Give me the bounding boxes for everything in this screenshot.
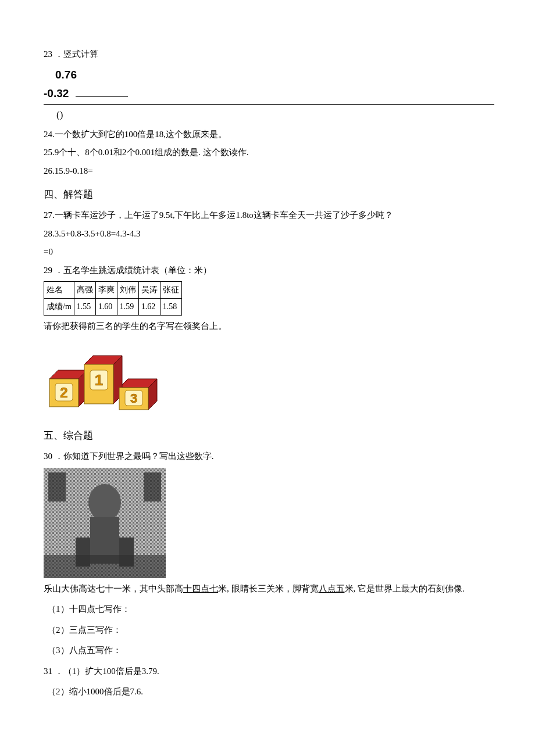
scores-table: 姓名 高强 李爽 刘伟 吴涛 张征 成绩/m 1.55 1.60 1.59 1.… <box>44 281 182 316</box>
q30-title: ．你知道下列世界之最吗？写出这些数字. <box>55 452 214 461</box>
svg-text:2: 2 <box>60 385 67 400</box>
table-data-row: 成绩/m 1.55 1.60 1.59 1.62 1.58 <box>44 299 182 316</box>
question-31: 31 ．（1）扩大100倍后是3.79. <box>44 664 494 679</box>
question-24: 24.一个数扩大到它的100倍是18,这个数原来是。 <box>44 127 494 142</box>
q31-number: 31 <box>44 667 52 676</box>
td-v4: 1.62 <box>138 299 160 316</box>
question-25: 25.9个十、8个0.01和2个0.001组成的数是. 这个数读作. <box>44 145 494 160</box>
q24-text: 一个数扩大到它的100倍是18,这个数原来是。 <box>55 130 227 139</box>
question-23: 23 ．竖式计算 <box>44 47 494 62</box>
q30-para-c: 米, 它是世界上最大的石刻佛像. <box>345 584 465 593</box>
q29-number: 29 <box>44 266 52 275</box>
th-s5: 张征 <box>160 282 181 299</box>
q27-text: 一辆卡车运沙子，上午运了9.5t,下午比上午多运1.8to这辆卡车全天一共运了沙… <box>55 210 393 220</box>
buddha-image-icon <box>44 468 166 578</box>
td-v5: 1.58 <box>160 299 181 316</box>
q27-number: 27. <box>44 210 55 220</box>
td-v3: 1.59 <box>117 299 138 316</box>
q23-number: 23 <box>44 49 52 59</box>
q30-sub3: （3）八点五写作： <box>47 643 494 658</box>
q29-instruction: 请你把获得前三名的学生的名字写在领奖台上。 <box>44 319 494 334</box>
q31-sub2: （2）缩小1000倍后是7.6. <box>47 685 494 700</box>
th-s2: 李爽 <box>95 282 117 299</box>
td-v2: 1.60 <box>95 299 117 316</box>
q26-text: 15.9-0.18= <box>55 166 93 175</box>
svg-rect-26 <box>144 472 161 501</box>
question-26: 26.15.9-0.18= <box>44 164 494 179</box>
q31-sub1: ．（1）扩大100倍后是3.79. <box>55 667 159 676</box>
q25-number: 25. <box>44 148 55 157</box>
podium-icon: 1 2 3 <box>44 338 166 420</box>
q30-para-a: 乐山大佛高达七十一米，其中头部高 <box>44 584 183 593</box>
section-5-heading: 五、综合题 <box>44 428 494 445</box>
td-v1: 1.55 <box>74 299 95 316</box>
q30-u2: 八点五 <box>319 584 345 593</box>
q30-number: 30 <box>44 452 52 461</box>
question-28-line2: =0 <box>44 245 494 260</box>
answer-underline[interactable] <box>76 96 128 97</box>
q26-number: 26. <box>44 166 55 175</box>
th-name: 姓名 <box>44 282 74 299</box>
td-label: 成绩/m <box>44 299 74 316</box>
question-30: 30 ．你知道下列世界之最吗？写出这些数字. <box>44 449 494 464</box>
q29-title: ．五名学生跳远成绩统计表（单位：米） <box>55 266 212 275</box>
buddha-photo <box>44 468 494 578</box>
vertical-bottom-row: -0.32 <box>44 84 494 103</box>
table-header-row: 姓名 高强 李爽 刘伟 吴涛 张征 <box>44 282 182 299</box>
q30-paragraph: 乐山大佛高达七十一米，其中头部高十四点七米, 眼睛长三关米，脚背宽八点五米, 它… <box>44 582 494 597</box>
question-28-line1: 28.3.5+0.8-3.5+0.8=4.3-4.3 <box>44 227 494 242</box>
th-s3: 刘伟 <box>117 282 138 299</box>
section-4-heading: 四、解答题 <box>44 187 494 203</box>
q30-para-b: 米, 眼睛长三关米，脚背宽 <box>218 584 319 593</box>
podium-image: 1 2 3 <box>44 338 494 420</box>
svg-point-20 <box>88 484 121 521</box>
q24-number: 24. <box>44 130 55 139</box>
svg-rect-24 <box>44 555 166 578</box>
svg-text:3: 3 <box>130 391 137 406</box>
q30-u1: 十四点七 <box>183 584 218 593</box>
vertical-result-paren: () <box>56 107 494 124</box>
q23-title: ．竖式计算 <box>55 49 98 59</box>
th-s1: 高强 <box>74 282 95 299</box>
vertical-top: 0.76 <box>55 66 494 84</box>
th-s4: 吴涛 <box>138 282 160 299</box>
q30-sub1: （1）十四点七写作： <box>47 602 494 617</box>
svg-text:1: 1 <box>95 371 103 389</box>
question-27: 27.一辆卡车运沙子，上午运了9.5t,下午比上午多运1.8to这辆卡车全天一共… <box>44 208 494 223</box>
divider-line <box>44 104 494 105</box>
vertical-bottom: -0.32 <box>44 87 69 99</box>
q25-text: 9个十、8个0.01和2个0.001组成的数是. 这个数读作. <box>55 148 249 157</box>
question-29: 29 ．五名学生跳远成绩统计表（单位：米） <box>44 263 494 278</box>
q30-sub2: （2）三点三写作： <box>47 623 494 638</box>
svg-rect-25 <box>48 472 66 501</box>
